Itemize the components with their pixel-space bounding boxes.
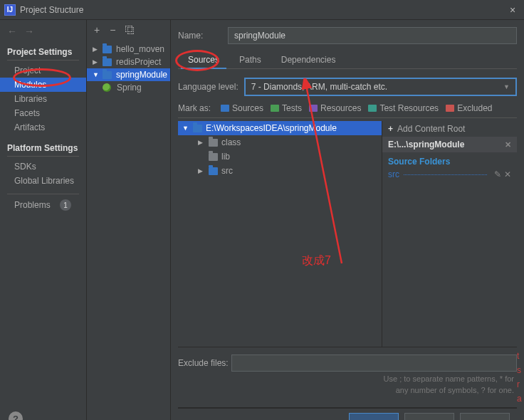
- tree-item-src[interactable]: ▶ src: [178, 164, 382, 178]
- titlebar: IJ Project Structure ×: [0, 0, 524, 20]
- tab-paths[interactable]: Paths: [229, 51, 271, 68]
- mark-as-label: Mark as:: [178, 103, 211, 113]
- folder-icon: [221, 105, 229, 112]
- help-icon[interactable]: ?: [9, 411, 23, 420]
- nav-problems-label: Problems: [14, 200, 51, 210]
- folder-icon: [209, 153, 218, 161]
- exclude-hint-1: Use ; to separate name patterns, * for: [178, 372, 517, 383]
- add-content-root-label: Add Content Root: [397, 124, 465, 134]
- mark-tests[interactable]: Tests: [271, 103, 302, 113]
- nav-libraries[interactable]: Libraries: [0, 92, 86, 106]
- left-nav: ← → Project Settings Project Modules Lib…: [0, 20, 87, 420]
- nav-artifacts[interactable]: Artifacts: [0, 120, 86, 135]
- mark-excluded[interactable]: Excluded: [446, 103, 492, 113]
- folder-icon: [271, 105, 279, 112]
- close-icon[interactable]: ×: [505, 4, 520, 16]
- platform-settings-heading: Platform Settings: [0, 140, 86, 156]
- project-settings-heading: Project Settings: [0, 44, 86, 60]
- source-folders-heading: Source Folders: [382, 152, 517, 168]
- source-folder-label: src: [388, 169, 399, 179]
- source-folder-src[interactable]: src ✎ ✕: [382, 168, 517, 181]
- tree-root[interactable]: ▼ E:\WorkspacesIDEA\springModule: [178, 121, 382, 135]
- tree-item-class[interactable]: ▶ class: [178, 135, 382, 149]
- tree-item-label: lib: [221, 152, 230, 162]
- chevron-down-icon: ▼: [503, 83, 510, 90]
- apply-button[interactable]: [460, 413, 510, 420]
- module-icon: [103, 58, 112, 66]
- nav-project[interactable]: Project: [0, 63, 86, 78]
- spring-icon: [103, 83, 111, 92]
- mark-resources[interactable]: Resources: [309, 103, 361, 113]
- tab-dependencies[interactable]: Dependencies: [271, 51, 346, 68]
- edit-icon[interactable]: ✎: [494, 169, 501, 179]
- module-icon: [103, 46, 112, 53]
- exclude-hint-2: any number of symbols, ? for one.: [178, 383, 517, 394]
- nav-sdks[interactable]: SDKs: [0, 159, 86, 174]
- language-level-value: 7 - Diamonds, ARM, multi-catch etc.: [251, 82, 387, 92]
- app-icon: IJ: [4, 4, 16, 16]
- content-tree: ▼ E:\WorkspacesIDEA\springModule ▶ class…: [178, 121, 382, 347]
- name-label: Name:: [178, 31, 228, 41]
- copy-icon[interactable]: ⿻: [125, 24, 135, 36]
- tree-item-label: src: [221, 166, 233, 176]
- nav-problems[interactable]: Problems 1: [0, 197, 86, 213]
- expand-icon[interactable]: ▶: [93, 46, 100, 53]
- module-redisproject[interactable]: ▶ redisProject: [87, 56, 170, 68]
- exclude-files-input[interactable]: [231, 355, 517, 372]
- forward-icon[interactable]: →: [24, 26, 34, 37]
- content-root-path: E:\...\springModule: [388, 140, 464, 149]
- mark-sources[interactable]: Sources: [221, 103, 263, 113]
- module-list: + − ⿻ ▶ hello_moven ▶ redisProject ▼ spr…: [87, 20, 171, 420]
- tab-sources[interactable]: Sources: [178, 51, 229, 68]
- tree-item-lib[interactable]: ▶ lib: [178, 149, 382, 164]
- problems-badge: 1: [60, 199, 71, 211]
- facet-label: Spring: [117, 83, 142, 93]
- module-label: redisProject: [116, 57, 161, 67]
- folder-icon: [368, 105, 377, 112]
- remove-root-icon[interactable]: ✕: [505, 140, 511, 149]
- language-level-select[interactable]: 7 - Diamonds, ARM, multi-catch etc. ▼: [244, 78, 517, 96]
- folder-icon: [446, 105, 454, 112]
- main-panel: Name: Sources Paths Dependencies Languag…: [171, 20, 524, 420]
- language-level-label: Language level:: [178, 82, 239, 92]
- window-title: Project Structure: [20, 5, 83, 15]
- module-name-input[interactable]: [228, 27, 517, 44]
- folder-icon: [209, 139, 218, 147]
- module-tabs: Sources Paths Dependencies: [178, 51, 517, 69]
- back-icon[interactable]: ←: [7, 26, 17, 37]
- folder-icon: [193, 125, 202, 132]
- collapse-icon[interactable]: ▼: [93, 71, 100, 78]
- remove-icon[interactable]: −: [110, 24, 115, 36]
- folder-icon: [309, 105, 318, 112]
- module-label: springModule: [116, 70, 167, 80]
- content-root-header: E:\...\springModule ✕: [382, 137, 517, 152]
- collapse-icon[interactable]: ▼: [182, 125, 189, 132]
- nav-global-libraries[interactable]: Global Libraries: [0, 174, 86, 188]
- nav-facets[interactable]: Facets: [0, 106, 86, 120]
- module-hello-moven[interactable]: ▶ hello_moven: [87, 43, 170, 56]
- exclude-section: Exclude files: Use ; to separate name pa…: [178, 347, 517, 407]
- folder-icon: [209, 167, 218, 175]
- ok-button[interactable]: [349, 413, 399, 420]
- tree-item-label: class: [221, 137, 241, 147]
- add-icon[interactable]: +: [94, 24, 100, 36]
- module-icon: [103, 71, 112, 79]
- plus-icon: +: [388, 124, 393, 134]
- mark-as-toolbar: Mark as: Sources Tests Resources Test Re…: [178, 103, 517, 118]
- module-label: hello_moven: [116, 44, 164, 54]
- expand-icon[interactable]: ▶: [198, 139, 205, 146]
- cancel-button[interactable]: [404, 413, 454, 420]
- facet-spring[interactable]: Spring: [87, 81, 170, 94]
- content-roots-panel: + Add Content Root E:\...\springModule ✕…: [382, 121, 517, 347]
- dialog-footer: [178, 407, 517, 420]
- module-springmodule[interactable]: ▼ springModule: [87, 68, 170, 81]
- expand-icon[interactable]: ▶: [93, 58, 100, 65]
- mark-test-resources[interactable]: Test Resources: [368, 103, 439, 113]
- expand-icon[interactable]: ▶: [198, 167, 205, 174]
- nav-modules[interactable]: Modules: [0, 78, 86, 92]
- tree-root-label: E:\WorkspacesIDEA\springModule: [206, 123, 337, 133]
- remove-icon[interactable]: ✕: [504, 169, 511, 179]
- add-content-root[interactable]: + Add Content Root: [382, 121, 517, 137]
- exclude-label: Exclude files:: [178, 358, 231, 368]
